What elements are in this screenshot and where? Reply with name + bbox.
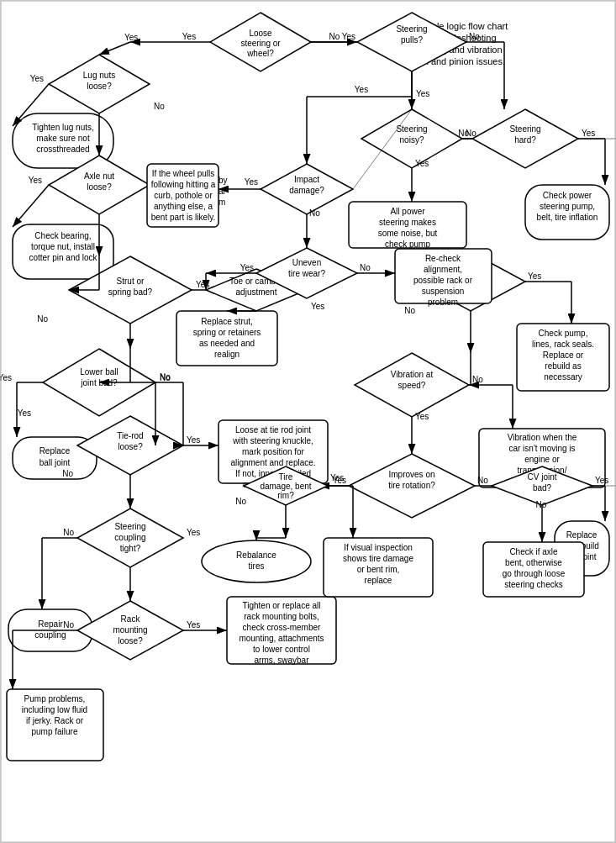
svg-text:Yes: Yes	[0, 373, 12, 382]
svg-text:some noise, but: some noise, but	[378, 229, 438, 238]
svg-text:pump failure: pump failure	[31, 727, 77, 736]
svg-text:Yes: Yes	[311, 302, 324, 311]
svg-text:Lug nuts: Lug nuts	[83, 71, 115, 80]
svg-text:curb, pothole or: curb, pothole or	[154, 191, 213, 200]
svg-text:belt, tire inflation: belt, tire inflation	[537, 213, 598, 222]
svg-text:hard?: hard?	[514, 135, 536, 145]
svg-text:Tighten or replace all: Tighten or replace all	[242, 601, 320, 610]
flowchart-svg: Example logic flow chart for troubleshoo…	[0, 0, 616, 843]
svg-text:Improves on: Improves on	[388, 470, 434, 479]
svg-text:alignment and replace.: alignment and replace.	[230, 458, 315, 467]
svg-text:Yes: Yes	[124, 33, 138, 42]
svg-text:coupling: coupling	[114, 533, 145, 542]
flowchart: Example logic flow chart for troubleshoo…	[0, 0, 616, 843]
svg-text:including low fluid: including low fluid	[22, 705, 87, 714]
svg-text:Yes: Yes	[240, 263, 254, 272]
svg-text:go through loose: go through loose	[503, 569, 566, 578]
svg-text:mounting: mounting	[113, 625, 147, 635]
svg-text:shows tire damage: shows tire damage	[343, 554, 413, 563]
svg-text:replace: replace	[365, 576, 392, 585]
svg-text:ball joint: ball joint	[39, 458, 71, 467]
svg-text:Yes: Yes	[528, 271, 541, 281]
svg-text:mounting, attachments: mounting, attachments	[239, 634, 324, 643]
svg-text:No: No	[63, 620, 74, 630]
svg-text:Lower ball: Lower ball	[80, 367, 118, 377]
svg-text:No: No	[477, 476, 488, 485]
svg-text:following hitting a: following hitting a	[151, 180, 216, 189]
svg-text:Impact: Impact	[294, 175, 319, 184]
svg-text:Check power: Check power	[543, 191, 592, 200]
svg-text:bent, otherwise: bent, otherwise	[505, 558, 562, 567]
svg-text:car isn't moving is: car isn't moving is	[508, 444, 575, 453]
svg-text:No: No	[360, 263, 371, 272]
svg-text:Yes: Yes	[355, 85, 368, 94]
svg-text:If the wheel pulls: If the wheel pulls	[152, 169, 215, 178]
svg-text:loose?: loose?	[87, 182, 112, 192]
svg-text:Check bearing,: Check bearing,	[34, 231, 91, 240]
svg-text:Replace or: Replace or	[543, 350, 584, 360]
svg-text:if jerky. Rack or: if jerky. Rack or	[26, 716, 84, 725]
svg-text:necessary: necessary	[544, 372, 582, 382]
svg-text:Yes: Yes	[595, 476, 608, 485]
svg-text:tire rotation?: tire rotation?	[388, 481, 435, 490]
svg-text:Yes: Yes	[415, 159, 429, 168]
svg-text:check pump: check pump	[385, 240, 430, 249]
svg-text:damage, bent: damage, bent	[260, 482, 311, 491]
svg-text:rack mounting bolts,: rack mounting bolts,	[244, 612, 319, 621]
svg-text:Yes: Yes	[342, 32, 355, 41]
svg-text:check cross-member: check cross-member	[243, 623, 321, 632]
svg-text:Yes: Yes	[187, 435, 200, 445]
svg-text:possible rack or: possible rack or	[413, 276, 473, 285]
svg-text:Yes: Yes	[245, 177, 258, 187]
svg-text:No: No	[469, 32, 480, 41]
svg-text:loose?: loose?	[118, 442, 143, 451]
svg-text:problem: problem	[428, 298, 458, 307]
svg-text:Yes: Yes	[29, 176, 42, 185]
svg-text:Replace: Replace	[39, 446, 71, 456]
svg-text:All power: All power	[390, 207, 425, 216]
svg-text:Replace strut,: Replace strut,	[201, 317, 253, 326]
svg-text:Yes: Yes	[330, 473, 344, 482]
svg-text:cotter pin and lock: cotter pin and lock	[29, 253, 97, 262]
svg-text:No: No	[37, 314, 48, 324]
svg-text:Rebalance: Rebalance	[236, 551, 276, 560]
svg-text:Yes: Yes	[196, 280, 209, 289]
svg-text:Rack: Rack	[121, 614, 141, 624]
svg-text:No: No	[536, 500, 547, 509]
svg-text:No: No	[235, 497, 246, 506]
svg-text:spring or retainers: spring or retainers	[193, 328, 261, 337]
svg-text:CV joint: CV joint	[527, 472, 556, 482]
svg-text:mark position for: mark position for	[242, 447, 305, 456]
svg-text:make sure not: make sure not	[36, 134, 90, 143]
svg-text:suspension: suspension	[422, 287, 465, 296]
svg-text:pulls?: pulls?	[401, 35, 424, 45]
svg-text:torque nut, install: torque nut, install	[31, 242, 95, 251]
svg-text:Axle nut: Axle nut	[84, 171, 114, 181]
svg-text:Check pump,: Check pump,	[539, 329, 588, 338]
svg-text:steering checks: steering checks	[504, 580, 562, 589]
svg-text:Vibration at: Vibration at	[391, 370, 434, 379]
svg-text:lines, rack seals.: lines, rack seals.	[532, 340, 594, 349]
svg-text:Uneven: Uneven	[292, 258, 321, 267]
svg-text:rim?: rim?	[277, 491, 294, 500]
svg-text:Yes: Yes	[187, 620, 200, 630]
svg-text:arms, swaybar: arms, swaybar	[254, 656, 309, 665]
svg-text:wheel?: wheel?	[246, 49, 274, 58]
svg-text:Yes: Yes	[182, 32, 196, 41]
svg-text:bad?: bad?	[533, 483, 552, 493]
svg-text:steering pump,: steering pump,	[540, 202, 595, 211]
svg-text:Tie-rod: Tie-rod	[117, 431, 143, 440]
svg-text:damage?: damage?	[289, 186, 324, 195]
svg-text:as needed and: as needed and	[199, 339, 255, 348]
svg-text:Pump problems,: Pump problems,	[24, 694, 86, 703]
svg-text:anything else, a: anything else, a	[154, 202, 213, 211]
svg-text:loose?: loose?	[118, 636, 143, 645]
svg-text:No: No	[309, 208, 320, 218]
svg-text:alignment,: alignment,	[424, 265, 462, 274]
svg-text:engine or: engine or	[524, 455, 560, 464]
svg-text:Yes: Yes	[416, 89, 429, 98]
svg-text:No: No	[466, 129, 476, 138]
svg-text:No: No	[472, 375, 483, 384]
svg-text:No: No	[154, 102, 165, 111]
svg-text:Tire: Tire	[279, 472, 293, 482]
